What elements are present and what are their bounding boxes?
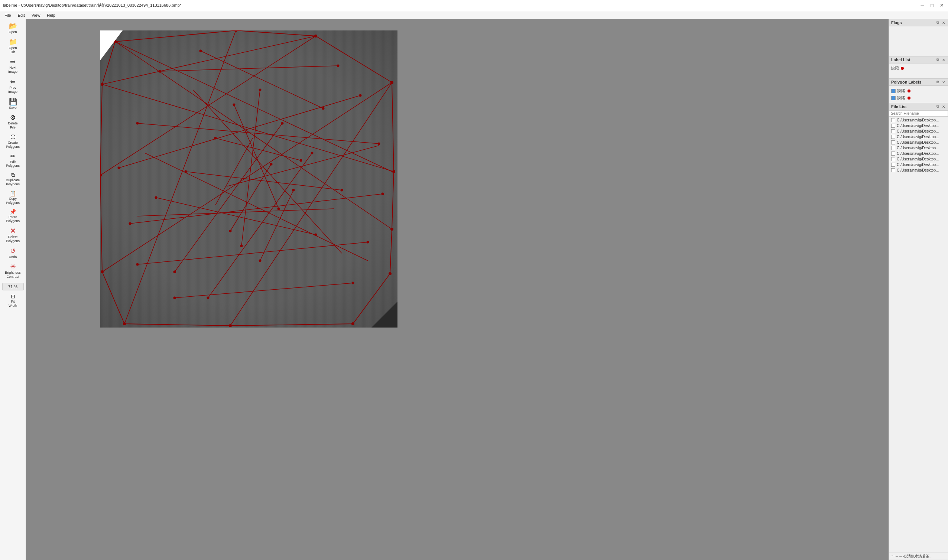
edit-polygons-icon: ✏ bbox=[11, 153, 15, 159]
minimize-button[interactable]: ─ bbox=[919, 2, 926, 9]
svg-line-9 bbox=[160, 66, 338, 71]
file-item-1[interactable]: C:/Users/navig/Desktop... bbox=[889, 123, 948, 128]
duplicate-polygons-button[interactable]: ⧉ DuplicatePolygons bbox=[2, 171, 24, 188]
menu-file[interactable]: File bbox=[2, 12, 14, 18]
create-polygons-label: CreatePolygons bbox=[6, 141, 20, 149]
file-item-4[interactable]: C:/Users/navig/Desktop... bbox=[889, 140, 948, 145]
polygon-label-checkbox-0[interactable] bbox=[891, 89, 896, 93]
flags-float-button[interactable]: ⧉ bbox=[936, 20, 940, 25]
svg-point-45 bbox=[200, 50, 202, 52]
corner-triangle-topleft bbox=[100, 31, 123, 60]
svg-line-6 bbox=[102, 84, 394, 172]
svg-point-74 bbox=[229, 230, 232, 232]
file-item-9[interactable]: C:/Users/navig/Desktop... bbox=[889, 168, 948, 173]
file-name-2: C:/Users/navig/Desktop... bbox=[897, 129, 939, 133]
svg-line-20 bbox=[156, 198, 316, 235]
zoom-level: 71 % bbox=[2, 283, 24, 291]
edit-polygons-button[interactable]: ✏ EditPolygons bbox=[2, 152, 24, 170]
polygon-labels-content: 缺陷 缺陷 bbox=[889, 86, 948, 103]
create-polygons-button[interactable]: ⬡ CreatePolygons bbox=[2, 132, 24, 151]
svg-point-41 bbox=[101, 270, 104, 273]
label-list-float-button[interactable]: ⧉ bbox=[936, 58, 940, 62]
svg-point-70 bbox=[174, 271, 176, 273]
file-checkbox-1[interactable] bbox=[891, 124, 895, 128]
menu-view[interactable]: View bbox=[29, 12, 43, 18]
svg-line-12 bbox=[119, 95, 360, 168]
svg-point-51 bbox=[129, 222, 131, 225]
svg-point-60 bbox=[277, 208, 280, 210]
menu-help[interactable]: Help bbox=[44, 12, 58, 18]
file-checkbox-0[interactable] bbox=[891, 118, 895, 122]
menu-edit[interactable]: Edit bbox=[15, 12, 28, 18]
file-name-6: C:/Users/navig/Desktop... bbox=[897, 152, 939, 155]
label-item-text: 缺陷 bbox=[891, 65, 899, 71]
polygon-labels-close-button[interactable]: ✕ bbox=[941, 80, 946, 84]
svg-line-23 bbox=[193, 90, 342, 253]
svg-point-71 bbox=[311, 152, 314, 154]
label-list-close-button[interactable]: ✕ bbox=[941, 58, 946, 62]
file-name-7: C:/Users/navig/Desktop... bbox=[897, 157, 939, 161]
file-list-panel: File List ⧉ ✕ C:/Users/navig/Desktop... … bbox=[889, 103, 948, 560]
open-dir-button[interactable]: 📁 OpenDir bbox=[2, 37, 24, 56]
paste-polygons-button[interactable]: 📌 PastePolygons bbox=[2, 207, 24, 225]
svg-point-73 bbox=[270, 163, 272, 166]
svg-line-28 bbox=[230, 164, 271, 231]
file-item-8[interactable]: C:/Users/navig/Desktop... bbox=[889, 162, 948, 168]
fit-width-button[interactable]: ⊡ FitWidth bbox=[2, 292, 24, 310]
save-icon: 💾 bbox=[9, 98, 17, 105]
undo-button[interactable]: ↺ Undo bbox=[2, 246, 24, 261]
canvas-area[interactable] bbox=[26, 19, 889, 560]
polygon-labels-float-button[interactable]: ⧉ bbox=[936, 80, 940, 84]
delete-file-button[interactable]: ⊗ DeleteFile bbox=[2, 112, 24, 131]
delete-polygons-button[interactable]: ✕ DeletePolygons bbox=[2, 226, 24, 245]
file-item-7[interactable]: C:/Users/navig/Desktop... bbox=[889, 156, 948, 162]
svg-point-32 bbox=[234, 31, 237, 32]
svg-point-52 bbox=[382, 193, 384, 195]
brightness-contrast-icon: ☀ bbox=[10, 263, 16, 270]
svg-point-59 bbox=[233, 104, 235, 106]
svg-point-66 bbox=[315, 234, 317, 236]
file-checkbox-6[interactable] bbox=[891, 152, 895, 155]
delete-file-icon: ⊗ bbox=[10, 114, 15, 121]
svg-line-16 bbox=[215, 138, 301, 160]
maximize-button[interactable]: □ bbox=[929, 2, 936, 9]
svg-point-34 bbox=[391, 81, 393, 84]
file-checkbox-7[interactable] bbox=[891, 157, 895, 161]
file-list-close-button[interactable]: ✕ bbox=[941, 105, 946, 109]
brightness-contrast-button[interactable]: ☀ BrightnessContrast bbox=[2, 262, 24, 281]
file-item-3[interactable]: C:/Users/navig/Desktop... bbox=[889, 134, 948, 140]
file-checkbox-4[interactable] bbox=[891, 140, 895, 145]
prev-image-button[interactable]: ⬅ PrevImage bbox=[2, 77, 24, 96]
delete-file-label: DeleteFile bbox=[8, 122, 17, 129]
save-label: Save bbox=[9, 106, 17, 110]
file-checkbox-8[interactable] bbox=[891, 163, 895, 167]
copy-polygons-button[interactable]: 📋 CopyPolygons bbox=[2, 189, 24, 207]
save-button[interactable]: 💾 Save bbox=[2, 97, 24, 112]
polygon-label-text-1: 缺陷 bbox=[897, 95, 905, 101]
next-image-button[interactable]: ➡ NextImage bbox=[2, 57, 24, 76]
file-list-float-button[interactable]: ⧉ bbox=[936, 105, 940, 109]
svg-point-39 bbox=[229, 324, 232, 327]
svg-point-33 bbox=[314, 35, 317, 37]
svg-point-63 bbox=[185, 171, 187, 173]
file-name-3: C:/Users/navig/Desktop... bbox=[897, 135, 939, 139]
file-item-6[interactable]: C:/Users/navig/Desktop... bbox=[889, 151, 948, 156]
file-checkbox-5[interactable] bbox=[891, 146, 895, 150]
file-item-0[interactable]: C:/Users/navig/Desktop... bbox=[889, 117, 948, 123]
file-search-input[interactable] bbox=[889, 110, 948, 117]
svg-point-36 bbox=[391, 228, 393, 231]
file-checkbox-9[interactable] bbox=[891, 168, 895, 172]
file-checkbox-2[interactable] bbox=[891, 129, 895, 133]
polygon-label-checkbox-1[interactable] bbox=[891, 96, 896, 100]
create-polygons-icon: ⬡ bbox=[11, 134, 15, 140]
svg-point-30 bbox=[101, 83, 104, 86]
file-item-2[interactable]: C:/Users/navig/Desktop... bbox=[889, 128, 948, 134]
file-checkbox-3[interactable] bbox=[891, 135, 895, 139]
file-item-5[interactable]: C:/Users/navig/Desktop... bbox=[889, 145, 948, 151]
open-button[interactable]: 📂 Open bbox=[2, 21, 24, 36]
file-name-9: C:/Users/navig/Desktop... bbox=[897, 168, 939, 172]
close-button[interactable]: ✕ bbox=[938, 2, 945, 9]
duplicate-polygons-icon: ⧉ bbox=[11, 172, 15, 177]
delete-polygons-icon: ✕ bbox=[10, 228, 15, 234]
flags-close-button[interactable]: ✕ bbox=[941, 20, 946, 25]
